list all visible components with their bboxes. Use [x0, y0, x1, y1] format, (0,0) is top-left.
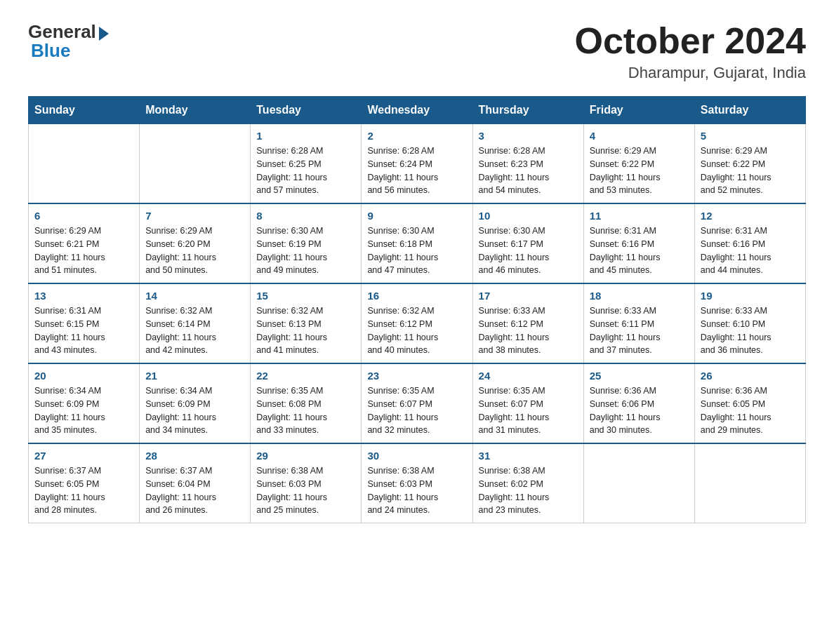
day-info: Sunrise: 6:35 AM Sunset: 6:07 PM Dayligh… [367, 384, 466, 437]
logo: General Blue [28, 21, 109, 62]
weekday-header-tuesday: Tuesday [251, 97, 362, 124]
calendar-cell [140, 124, 251, 204]
calendar-cell: 26Sunrise: 6:36 AM Sunset: 6:05 PM Dayli… [694, 363, 805, 443]
day-info: Sunrise: 6:32 AM Sunset: 6:14 PM Dayligh… [145, 304, 244, 357]
weekday-header-row: SundayMondayTuesdayWednesdayThursdayFrid… [29, 97, 806, 124]
day-info: Sunrise: 6:38 AM Sunset: 6:03 PM Dayligh… [367, 464, 466, 517]
day-info: Sunrise: 6:30 AM Sunset: 6:17 PM Dayligh… [479, 224, 578, 277]
day-number: 9 [367, 210, 466, 222]
day-info: Sunrise: 6:28 AM Sunset: 6:23 PM Dayligh… [479, 145, 578, 197]
calendar-cell: 6Sunrise: 6:29 AM Sunset: 6:21 PM Daylig… [29, 203, 140, 283]
calendar-cell: 21Sunrise: 6:34 AM Sunset: 6:09 PM Dayli… [140, 363, 251, 443]
day-number: 18 [590, 290, 689, 302]
day-info: Sunrise: 6:37 AM Sunset: 6:05 PM Dayligh… [34, 464, 133, 517]
calendar-cell: 5Sunrise: 6:29 AM Sunset: 6:22 PM Daylig… [694, 124, 805, 204]
weekday-header-monday: Monday [140, 97, 251, 124]
calendar-cell: 28Sunrise: 6:37 AM Sunset: 6:04 PM Dayli… [140, 443, 251, 523]
calendar-cell: 31Sunrise: 6:38 AM Sunset: 6:02 PM Dayli… [472, 443, 583, 523]
day-number: 20 [34, 370, 133, 382]
calendar-cell: 7Sunrise: 6:29 AM Sunset: 6:20 PM Daylig… [140, 203, 251, 283]
calendar-week-row: 13Sunrise: 6:31 AM Sunset: 6:15 PM Dayli… [29, 283, 806, 363]
calendar-week-row: 1Sunrise: 6:28 AM Sunset: 6:25 PM Daylig… [29, 124, 806, 204]
logo-arrow-icon [99, 27, 109, 41]
calendar-week-row: 6Sunrise: 6:29 AM Sunset: 6:21 PM Daylig… [29, 203, 806, 283]
calendar-cell: 25Sunrise: 6:36 AM Sunset: 6:06 PM Dayli… [583, 363, 694, 443]
day-number: 4 [590, 130, 689, 142]
calendar-cell: 9Sunrise: 6:30 AM Sunset: 6:18 PM Daylig… [362, 203, 472, 283]
calendar-cell: 23Sunrise: 6:35 AM Sunset: 6:07 PM Dayli… [362, 363, 472, 443]
calendar-cell: 12Sunrise: 6:31 AM Sunset: 6:16 PM Dayli… [694, 203, 805, 283]
day-info: Sunrise: 6:32 AM Sunset: 6:13 PM Dayligh… [256, 304, 355, 357]
day-number: 12 [701, 210, 800, 222]
calendar-cell: 4Sunrise: 6:29 AM Sunset: 6:22 PM Daylig… [583, 124, 694, 204]
calendar-week-row: 20Sunrise: 6:34 AM Sunset: 6:09 PM Dayli… [29, 363, 806, 443]
calendar-cell: 30Sunrise: 6:38 AM Sunset: 6:03 PM Dayli… [362, 443, 472, 523]
day-number: 23 [367, 370, 466, 382]
title-section: October 2024 Dharampur, Gujarat, India [575, 21, 807, 82]
day-number: 7 [145, 210, 244, 222]
day-info: Sunrise: 6:36 AM Sunset: 6:06 PM Dayligh… [590, 384, 689, 437]
day-info: Sunrise: 6:38 AM Sunset: 6:02 PM Dayligh… [479, 464, 578, 517]
weekday-header-wednesday: Wednesday [362, 97, 472, 124]
day-info: Sunrise: 6:28 AM Sunset: 6:24 PM Dayligh… [367, 145, 466, 197]
day-info: Sunrise: 6:29 AM Sunset: 6:21 PM Dayligh… [34, 224, 133, 277]
calendar-cell: 3Sunrise: 6:28 AM Sunset: 6:23 PM Daylig… [472, 124, 583, 204]
day-info: Sunrise: 6:33 AM Sunset: 6:12 PM Dayligh… [479, 304, 578, 357]
calendar-cell: 18Sunrise: 6:33 AM Sunset: 6:11 PM Dayli… [583, 283, 694, 363]
day-number: 13 [34, 290, 133, 302]
day-info: Sunrise: 6:29 AM Sunset: 6:22 PM Dayligh… [701, 145, 800, 197]
day-info: Sunrise: 6:31 AM Sunset: 6:15 PM Dayligh… [34, 304, 133, 357]
calendar-cell: 13Sunrise: 6:31 AM Sunset: 6:15 PM Dayli… [29, 283, 140, 363]
day-info: Sunrise: 6:31 AM Sunset: 6:16 PM Dayligh… [701, 224, 800, 277]
day-number: 21 [145, 370, 244, 382]
day-number: 10 [479, 210, 578, 222]
calendar-cell: 10Sunrise: 6:30 AM Sunset: 6:17 PM Dayli… [472, 203, 583, 283]
day-info: Sunrise: 6:32 AM Sunset: 6:12 PM Dayligh… [367, 304, 466, 357]
day-info: Sunrise: 6:30 AM Sunset: 6:19 PM Dayligh… [256, 224, 355, 277]
day-number: 30 [367, 450, 466, 462]
day-number: 25 [590, 370, 689, 382]
calendar-cell: 29Sunrise: 6:38 AM Sunset: 6:03 PM Dayli… [251, 443, 362, 523]
day-info: Sunrise: 6:35 AM Sunset: 6:08 PM Dayligh… [256, 384, 355, 437]
day-number: 15 [256, 290, 355, 302]
day-info: Sunrise: 6:36 AM Sunset: 6:05 PM Dayligh… [701, 384, 800, 437]
day-number: 28 [145, 450, 244, 462]
day-info: Sunrise: 6:35 AM Sunset: 6:07 PM Dayligh… [479, 384, 578, 437]
day-info: Sunrise: 6:30 AM Sunset: 6:18 PM Dayligh… [367, 224, 466, 277]
calendar-cell: 22Sunrise: 6:35 AM Sunset: 6:08 PM Dayli… [251, 363, 362, 443]
day-info: Sunrise: 6:33 AM Sunset: 6:11 PM Dayligh… [590, 304, 689, 357]
day-info: Sunrise: 6:29 AM Sunset: 6:22 PM Dayligh… [590, 145, 689, 197]
calendar-cell: 17Sunrise: 6:33 AM Sunset: 6:12 PM Dayli… [472, 283, 583, 363]
day-number: 27 [34, 450, 133, 462]
day-number: 17 [479, 290, 578, 302]
day-info: Sunrise: 6:37 AM Sunset: 6:04 PM Dayligh… [145, 464, 244, 517]
day-number: 29 [256, 450, 355, 462]
weekday-header-sunday: Sunday [29, 97, 140, 124]
day-number: 16 [367, 290, 466, 302]
calendar-cell: 27Sunrise: 6:37 AM Sunset: 6:05 PM Dayli… [29, 443, 140, 523]
day-number: 5 [701, 130, 800, 142]
day-number: 11 [590, 210, 689, 222]
day-info: Sunrise: 6:33 AM Sunset: 6:10 PM Dayligh… [701, 304, 800, 357]
month-title: October 2024 [575, 21, 807, 61]
day-number: 3 [479, 130, 578, 142]
day-number: 22 [256, 370, 355, 382]
logo-blue-text: Blue [31, 40, 70, 62]
calendar-week-row: 27Sunrise: 6:37 AM Sunset: 6:05 PM Dayli… [29, 443, 806, 523]
day-number: 1 [256, 130, 355, 142]
calendar-cell: 16Sunrise: 6:32 AM Sunset: 6:12 PM Dayli… [362, 283, 472, 363]
calendar-cell: 19Sunrise: 6:33 AM Sunset: 6:10 PM Dayli… [694, 283, 805, 363]
day-number: 6 [34, 210, 133, 222]
day-info: Sunrise: 6:29 AM Sunset: 6:20 PM Dayligh… [145, 224, 244, 277]
day-number: 24 [479, 370, 578, 382]
weekday-header-saturday: Saturday [694, 97, 805, 124]
day-number: 19 [701, 290, 800, 302]
day-number: 31 [479, 450, 578, 462]
calendar-cell: 15Sunrise: 6:32 AM Sunset: 6:13 PM Dayli… [251, 283, 362, 363]
calendar-cell: 20Sunrise: 6:34 AM Sunset: 6:09 PM Dayli… [29, 363, 140, 443]
calendar-cell [583, 443, 694, 523]
day-number: 8 [256, 210, 355, 222]
weekday-header-thursday: Thursday [472, 97, 583, 124]
day-number: 14 [145, 290, 244, 302]
calendar-cell [29, 124, 140, 204]
